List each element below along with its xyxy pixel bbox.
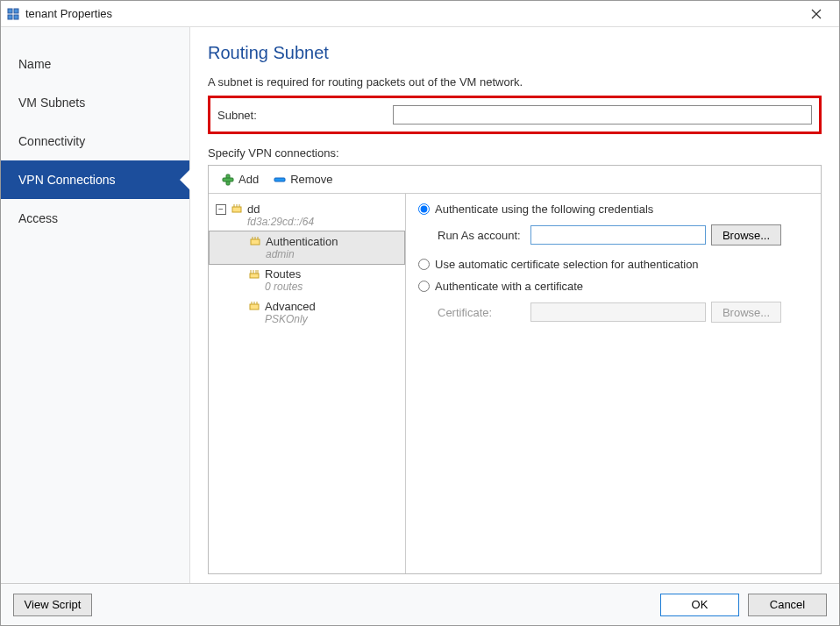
radio-auto-cert[interactable]: Use automatic certificate selection for … (418, 258, 808, 271)
svg-rect-8 (274, 178, 285, 181)
view-script-button[interactable]: View Script (13, 594, 92, 616)
sidebar-item-access[interactable]: Access (1, 199, 189, 238)
add-button-label: Add (238, 173, 259, 186)
window-title: tenant Properties (25, 7, 799, 20)
tree-root-label: dd (247, 203, 314, 216)
content: Name VM Subnets Connectivity VPN Connect… (1, 27, 839, 583)
sidebar-item-label: Name (18, 57, 51, 71)
collapse-icon[interactable]: − (216, 204, 226, 215)
vpn-toolbar: Add Remove (209, 166, 821, 194)
cert-input (530, 302, 706, 322)
network-icon (230, 203, 244, 217)
radio-auto-cert-label: Use automatic certificate selection for … (435, 258, 699, 271)
tree-item-authentication[interactable]: Authentication admin (209, 231, 405, 265)
routes-icon (247, 267, 261, 281)
main-panel: Routing Subnet A subnet is required for … (190, 27, 839, 583)
sidebar-item-label: Access (18, 211, 58, 225)
subnet-label: Subnet: (217, 109, 393, 122)
tree-item-label: Advanced (265, 300, 316, 313)
svg-rect-7 (223, 178, 233, 181)
svg-rect-0 (8, 9, 12, 13)
runas-row: Run As account: Browse... (418, 224, 808, 245)
tree-item-advanced[interactable]: Advanced PSKOnly (209, 296, 405, 329)
svg-rect-9 (232, 207, 241, 212)
vpn-connections-panel: Add Remove − (208, 165, 822, 574)
ok-button[interactable]: OK (660, 594, 739, 616)
tree-item-label: Routes (265, 267, 303, 281)
cancel-button[interactable]: Cancel (748, 594, 827, 616)
svg-rect-17 (250, 274, 259, 278)
vpn-body: − dd fd3a:29cd::/64 (209, 194, 821, 573)
tree-item-sub: 0 routes (265, 281, 303, 293)
sidebar-item-label: VM Subnets (18, 96, 85, 110)
radio-cert-input[interactable] (418, 281, 430, 292)
page-title: Routing Subnet (208, 43, 822, 63)
svg-rect-22 (250, 304, 259, 309)
tree-item-routes[interactable]: Routes 0 routes (209, 264, 405, 296)
remove-button-label: Remove (290, 173, 332, 186)
subnet-row: Subnet: (208, 96, 822, 134)
sidebar-item-connectivity[interactable]: Connectivity (1, 122, 189, 160)
sidebar-item-vpn-connections[interactable]: VPN Connections (1, 160, 189, 199)
runas-label: Run As account: (438, 229, 525, 242)
tree-root-node[interactable]: − dd fd3a:29cd::/64 (209, 199, 405, 231)
tree-item-sub: PSKOnly (265, 313, 316, 325)
radio-auth-credentials-label: Authenticate using the following credent… (435, 203, 653, 216)
page-subtitle: A subnet is required for routing packets… (208, 75, 822, 89)
radio-auth-credentials-input[interactable] (418, 203, 430, 215)
svg-rect-1 (14, 9, 18, 13)
cert-row: Certificate: Browse... (418, 302, 808, 323)
radio-auth-credentials[interactable]: Authenticate using the following credent… (418, 203, 808, 216)
app-icon (6, 7, 20, 21)
plus-icon (221, 173, 235, 187)
radio-cert[interactable]: Authenticate with a certificate (418, 280, 808, 293)
svg-rect-2 (8, 15, 12, 19)
sidebar-item-vm-subnets[interactable]: VM Subnets (1, 83, 189, 122)
runas-browse-button[interactable]: Browse... (711, 224, 781, 245)
titlebar: tenant Properties (1, 1, 839, 27)
remove-button[interactable]: Remove (266, 171, 339, 189)
svg-rect-3 (14, 15, 18, 19)
vpn-tree: − dd fd3a:29cd::/64 (209, 194, 406, 573)
tree-item-label: Authentication (266, 235, 338, 248)
cert-label: Certificate: (438, 306, 525, 319)
sidebar-item-name[interactable]: Name (1, 45, 189, 83)
footer: View Script OK Cancel (1, 583, 839, 625)
subnet-input[interactable] (393, 105, 812, 124)
svg-rect-13 (251, 239, 260, 245)
detail-pane: Authenticate using the following credent… (406, 194, 821, 573)
radio-cert-label: Authenticate with a certificate (435, 280, 583, 293)
network-icon (248, 235, 262, 249)
sidebar: Name VM Subnets Connectivity VPN Connect… (1, 27, 190, 583)
sidebar-item-label: Connectivity (18, 134, 85, 148)
tree-item-sub: admin (266, 248, 338, 260)
add-button[interactable]: Add (214, 171, 266, 189)
runas-input[interactable] (530, 225, 706, 245)
specify-vpn-label: Specify VPN connections: (208, 146, 822, 160)
network-icon (247, 300, 261, 314)
cert-browse-button: Browse... (711, 302, 781, 323)
radio-auto-cert-input[interactable] (418, 259, 430, 270)
minus-icon (273, 173, 287, 187)
sidebar-item-label: VPN Connections (18, 173, 116, 187)
close-button[interactable] (799, 2, 834, 26)
tree-root-sub: fd3a:29cd::/64 (247, 216, 314, 228)
